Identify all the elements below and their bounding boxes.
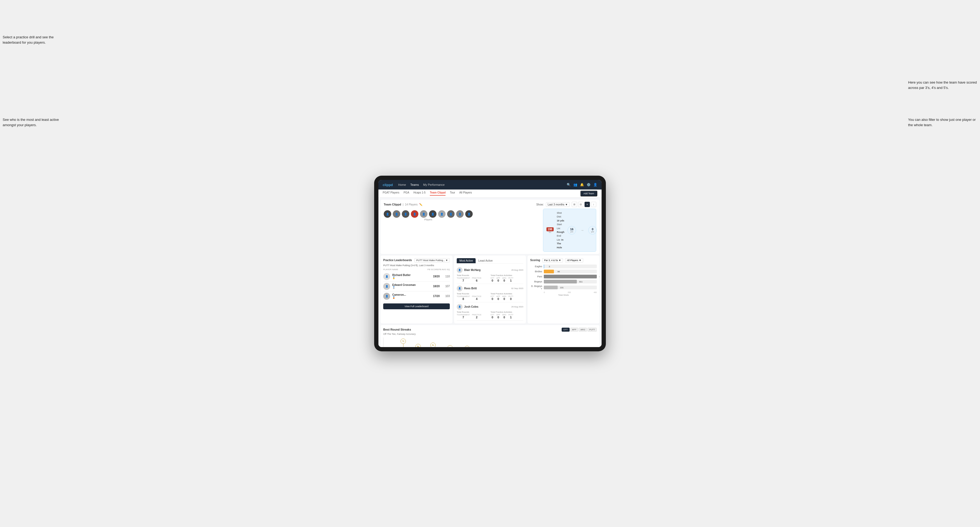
- settings-icon[interactable]: ⚙️: [587, 183, 591, 187]
- streaks-header: Best Round Streaks OTT APP ARG PUTT: [383, 328, 597, 332]
- annotation-bottom-left: See who is the most and least active amo…: [3, 117, 61, 127]
- bar-value: 131: [560, 286, 563, 289]
- sub-nav-team-clippd[interactable]: Team Clippd: [430, 191, 445, 195]
- activity-avatar-3: 👤: [457, 304, 463, 310]
- filter-btn-app[interactable]: APP: [570, 328, 578, 332]
- activity-player-1-header: 👤 Blair McHarg 26 Aug 2023: [457, 267, 523, 273]
- player-avatar-10[interactable]: 👤: [465, 210, 473, 218]
- grid3-view[interactable]: ⊟: [578, 202, 584, 207]
- streak-badge: 5x: [465, 346, 470, 347]
- player-avatar-1[interactable]: 👤: [384, 210, 391, 218]
- annotation-bottom-right: You can also filter to show just one pla…: [908, 117, 977, 127]
- drill-select[interactable]: PUTT Must Make Putting... ▼: [414, 258, 450, 262]
- tablet-screen: clippd Home Teams My Performance 🔍 👥 🔔 ⚙…: [379, 180, 601, 347]
- player-avatar-3[interactable]: 👤: [402, 210, 409, 218]
- leaderboard-title: Practice Leaderboards: [383, 259, 412, 262]
- annotation-top-right: Here you can see how the team have score…: [908, 80, 977, 90]
- search-icon[interactable]: 🔍: [567, 183, 571, 187]
- annotation-top-left: Select a practice drill and see the lead…: [3, 35, 61, 45]
- activity-player-1-info: 👤 Blair McHarg: [457, 267, 481, 273]
- sort-view[interactable]: ↕: [591, 202, 596, 207]
- bar-row: Birdies 96: [530, 270, 597, 273]
- filter-btn-ott[interactable]: OTT: [562, 328, 570, 332]
- player-avatar-8[interactable]: 👤: [447, 210, 455, 218]
- view-full-leaderboard-button[interactable]: View Full Leaderboard: [383, 303, 450, 309]
- bar-value: 311: [579, 280, 582, 283]
- view-icons: ⊞ ⊟ ≡ ↕: [572, 202, 596, 207]
- activity-stats-2: Total Rounds Tournament 8 Practice 4: [457, 292, 523, 300]
- bar-track: 499: [544, 275, 597, 278]
- activity-tabs: Most Active Least Active: [457, 258, 523, 264]
- streaks-subtitle: Off The Tee, Fairway Accuracy: [383, 333, 597, 335]
- nav-item-home[interactable]: Home: [398, 183, 406, 186]
- chart-axis: 0 200 400: [530, 291, 597, 293]
- user-avatar[interactable]: 👤: [593, 183, 597, 187]
- streaks-title: Best Round Streaks: [383, 328, 411, 331]
- bar-label: Bogeys: [530, 280, 542, 283]
- player-avatar-2[interactable]: 👤: [393, 210, 400, 218]
- shot-badge-sub: SC: [549, 231, 551, 233]
- activity-player-2-info: 👤 Rees Britt: [457, 286, 477, 291]
- scoring-bar-chart: Eagles 3 Birdies 96 Pars 499 Bogeys: [530, 265, 597, 290]
- bar-value: 3: [549, 265, 550, 268]
- scoring-player-select[interactable]: All Players ▼: [565, 258, 583, 262]
- shot-details: Shot Dist: 16 yds Start Lie: Rough End L…: [557, 211, 565, 249]
- lb-score-2: 18/20: [433, 285, 440, 288]
- lb-avatar-1: 👤: [383, 273, 390, 280]
- people-icon[interactable]: 👥: [573, 183, 578, 187]
- streak-dot: 5x: [447, 345, 453, 347]
- bar-track: 3: [544, 265, 597, 268]
- bar-label: D. Bogeys +: [530, 285, 542, 290]
- player-avatar-5[interactable]: 👤: [420, 210, 428, 218]
- bar-fill: 499: [544, 275, 597, 278]
- add-team-button[interactable]: Add Team: [580, 190, 597, 197]
- activity-avatar-2: 👤: [457, 286, 463, 291]
- streaks-card: Best Round Streaks OTT APP ARG PUTT Off …: [380, 325, 600, 347]
- list-view[interactable]: ≡: [584, 202, 590, 207]
- sub-nav-pga[interactable]: PGA: [403, 191, 409, 195]
- streak-dot: 6x: [415, 344, 421, 347]
- sub-nav-all-players[interactable]: All Players: [460, 191, 472, 195]
- show-period-select[interactable]: Last 3 months ▼: [546, 202, 570, 207]
- activity-date-1: 26 Aug 2023: [511, 269, 523, 271]
- grid2-view[interactable]: ⊞: [572, 202, 577, 207]
- bar-label: Pars: [530, 275, 542, 278]
- lb-row-3[interactable]: 👤 Cameron... 🥉 17/20 103: [383, 291, 450, 301]
- player-avatar-7[interactable]: 👤: [438, 210, 445, 218]
- lb-row-1[interactable]: 👤 Richard Butler 🥇 19/20 110: [383, 272, 450, 282]
- scoring-card: Scoring Par 3, 4 & 5s ▼ All Players ▼ Ea…: [528, 256, 600, 323]
- tab-least-active[interactable]: Least Active: [476, 258, 495, 263]
- sub-nav-pgat[interactable]: PGAT Players: [383, 191, 399, 195]
- filter-btn-arg[interactable]: ARG: [579, 328, 587, 332]
- shot-badge: 198: [546, 227, 554, 231]
- player-count-label: 14 Players: [405, 203, 418, 206]
- sub-nav-hcaps[interactable]: Hcaps 1-5: [414, 191, 426, 195]
- top-nav: clippd Home Teams My Performance 🔍 👥 🔔 ⚙…: [379, 180, 601, 189]
- player-avatar-4[interactable]: 👤: [411, 210, 418, 218]
- activity-player-3-header: 👤 Josh Coles 26 Aug 2023: [457, 304, 523, 310]
- bell-icon[interactable]: 🔔: [580, 183, 584, 187]
- nav-item-teams[interactable]: Teams: [410, 183, 419, 186]
- scoring-filter-select[interactable]: Par 3, 4 & 5s ▼: [542, 258, 563, 262]
- nav-items: Home Teams My Performance: [398, 183, 567, 186]
- lb-score-3: 17/20: [433, 295, 440, 298]
- sub-nav-tour[interactable]: Tour: [450, 191, 455, 195]
- nav-item-performance[interactable]: My Performance: [423, 183, 445, 186]
- activity-card: Most Active Least Active 👤 Blair McHarg …: [454, 256, 526, 323]
- tab-most-active[interactable]: Most Active: [457, 258, 476, 263]
- players-label: Players: [384, 218, 473, 221]
- streak-dot: 7x: [401, 338, 406, 347]
- stat-group-practice-1: Total Practice Activities OTT 0 APP 0: [490, 274, 523, 282]
- practice-leaderboards-card: Practice Leaderboards PUTT Must Make Put…: [380, 256, 452, 323]
- streaks-filter-buttons: OTT APP ARG PUTT: [562, 328, 597, 332]
- activity-player-2-header: 👤 Rees Britt 02 Sep 2023: [457, 286, 523, 291]
- filter-btn-putt[interactable]: PUTT: [587, 328, 597, 332]
- player-avatar-6[interactable]: 👤: [429, 210, 436, 218]
- edit-icon[interactable]: ✏️: [419, 203, 422, 206]
- lb-row-2[interactable]: 👤 Edward Crossman 🥈 18/20 107: [383, 282, 450, 291]
- player-avatar-9[interactable]: 👤: [456, 210, 464, 218]
- dist-box-2: 0 yds: [588, 226, 597, 235]
- lb-score-1: 19/20: [433, 275, 440, 278]
- show-controls: Show: Last 3 months ▼ ⊞ ⊟ ≡ ↕: [536, 202, 596, 207]
- bar-track: 311: [544, 280, 597, 284]
